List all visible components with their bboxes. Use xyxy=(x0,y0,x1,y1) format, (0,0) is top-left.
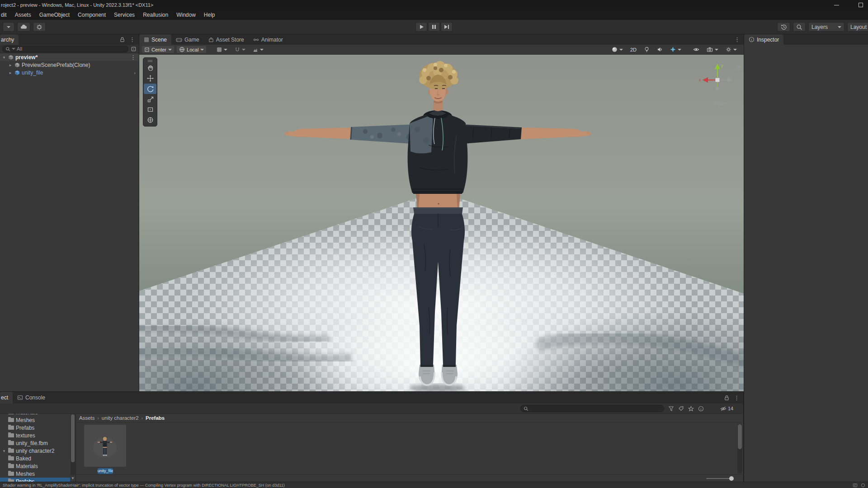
breadcrumb-assets[interactable]: Assets xyxy=(79,415,95,421)
asset-item-unity-file[interactable]: unity_file xyxy=(84,425,126,474)
breadcrumb-character2[interactable]: unity character2 xyxy=(102,415,139,421)
search-by-label-icon[interactable] xyxy=(678,406,684,412)
tab-animator[interactable]: Animator xyxy=(249,34,288,45)
scene-effects-dropdown[interactable] xyxy=(667,46,684,53)
folder-row[interactable]: textures xyxy=(0,432,70,439)
expander-icon[interactable]: ▸ xyxy=(8,63,13,67)
hierarchy-menu-icon[interactable]: ⋮ xyxy=(129,37,135,42)
scene-grid-icon xyxy=(144,37,149,42)
activity-indicator-icon xyxy=(861,483,865,488)
expander-icon[interactable]: ▾ xyxy=(2,449,6,453)
layers-dropdown[interactable]: Layers xyxy=(808,22,844,32)
menu-reallusion[interactable]: Reallusion xyxy=(139,10,172,20)
undo-history-button[interactable] xyxy=(777,22,790,32)
transform-tool-button[interactable] xyxy=(144,115,156,125)
project-menu-icon[interactable]: ⋮ xyxy=(734,395,740,401)
pause-button[interactable] xyxy=(428,22,440,32)
hierarchy-search-input[interactable]: All xyxy=(2,46,128,52)
move-tool-button[interactable] xyxy=(144,73,156,84)
view-tool-button[interactable] xyxy=(144,63,156,73)
project-search-input[interactable] xyxy=(520,405,664,412)
status-bar[interactable]: Shader warning in 'RL_AmplifyShaderHair'… xyxy=(0,482,868,488)
scroll-down-icon[interactable]: ▼ xyxy=(71,476,75,481)
rotate-tool-button[interactable] xyxy=(144,84,156,94)
hierarchy-scene-row[interactable]: ▾ preview* ⋮ xyxy=(0,53,139,61)
menu-component[interactable]: Component xyxy=(74,10,110,20)
breadcrumb-separator-icon: › xyxy=(142,416,143,421)
scene-menu-icon[interactable]: ⋮ xyxy=(734,37,740,42)
search-button[interactable] xyxy=(793,22,806,32)
thumbnail-size-slider[interactable] xyxy=(706,478,731,479)
folder-row[interactable]: unity_file.fbm xyxy=(0,439,70,447)
hierarchy-item-previewsceneprefab[interactable]: ▸ PreviewScenePrefab(Clone) xyxy=(0,61,139,69)
orientation-gizmo[interactable]: y x xyxy=(698,61,736,99)
console-bubble-icon[interactable] xyxy=(853,483,858,488)
play-button[interactable] xyxy=(415,22,427,32)
hidden-packages-toggle[interactable]: 14 xyxy=(720,406,733,412)
lock-icon[interactable] xyxy=(119,37,125,42)
scene-visibility-button[interactable] xyxy=(690,46,702,53)
layout-dropdown[interactable]: Layout xyxy=(847,22,868,32)
search-by-type-icon[interactable] xyxy=(668,406,674,412)
tools-drag-handle-icon[interactable] xyxy=(144,59,156,63)
save-search-icon[interactable] xyxy=(688,406,694,412)
slider-thumb[interactable] xyxy=(729,476,734,481)
menu-assets[interactable]: Assets xyxy=(11,10,35,20)
snap-settings-dropdown[interactable] xyxy=(232,46,248,53)
grid-visibility-dropdown[interactable] xyxy=(214,46,230,53)
folder-row[interactable]: Materials xyxy=(0,462,70,470)
folder-row[interactable]: Meshes xyxy=(0,416,70,424)
handle-space-dropdown[interactable]: Local xyxy=(176,46,207,53)
content-scrollbar[interactable] xyxy=(737,424,742,474)
scene-lighting-button[interactable] xyxy=(641,46,652,53)
tab-hierarchy[interactable]: archy xyxy=(0,34,19,45)
gizmo-lock-icon[interactable] xyxy=(736,65,741,70)
tab-console[interactable]: Console xyxy=(13,392,50,404)
maximize-icon[interactable] xyxy=(859,3,863,7)
scene-camera-dropdown[interactable] xyxy=(704,46,721,53)
draw-mode-dropdown[interactable] xyxy=(609,46,626,53)
tab-scene[interactable]: Scene xyxy=(139,34,171,45)
menu-help[interactable]: Help xyxy=(200,10,219,20)
account-dropdown[interactable] xyxy=(3,22,14,32)
folder-scrollbar[interactable] xyxy=(71,414,75,475)
expander-icon[interactable]: ▾ xyxy=(2,55,6,60)
tab-inspector[interactable]: Inspector xyxy=(744,34,783,45)
tab-game[interactable]: Game xyxy=(171,34,204,45)
filter-info-icon[interactable] xyxy=(698,406,704,412)
preferences-button[interactable] xyxy=(33,22,46,32)
asset-label[interactable]: unity_file xyxy=(98,468,113,474)
pivot-mode-dropdown[interactable]: Center xyxy=(142,46,175,53)
tab-project[interactable]: ect xyxy=(0,392,13,404)
picker-icon[interactable] xyxy=(131,46,137,52)
tab-asset-store[interactable]: Asset Store xyxy=(204,34,249,45)
folder-row-selected[interactable]: Prefabs xyxy=(0,478,70,482)
gizmos-dropdown[interactable] xyxy=(723,46,740,53)
breadcrumb-prefabs[interactable]: Prefabs xyxy=(146,415,165,421)
snap-increment-dropdown[interactable] xyxy=(250,46,266,53)
menu-window[interactable]: Window xyxy=(172,10,200,20)
toggle-2d-button[interactable]: 2D xyxy=(627,46,639,53)
cloud-services-button[interactable] xyxy=(17,22,30,32)
menu-services[interactable]: Services xyxy=(110,10,139,20)
lock-icon[interactable] xyxy=(724,395,730,401)
step-button[interactable] xyxy=(441,22,453,32)
minimize-icon[interactable] xyxy=(834,5,839,5)
console-status-message[interactable]: Shader warning in 'RL_AmplifyShaderHair'… xyxy=(3,483,848,488)
scene-viewport[interactable]: y x ‹ Persp xyxy=(139,55,744,391)
folder-row[interactable]: Meshes xyxy=(0,470,70,478)
hierarchy-item-unity-file[interactable]: ▸ unity_file › xyxy=(0,69,139,76)
folder-row[interactable]: Prefabs xyxy=(0,424,70,432)
projection-toggle[interactable]: ‹ Persp xyxy=(711,101,727,106)
space-label: Local xyxy=(187,47,198,52)
scene-row-menu-icon[interactable]: ⋮ xyxy=(130,54,139,60)
expander-icon[interactable]: ▸ xyxy=(8,70,13,75)
scale-tool-button[interactable] xyxy=(144,94,156,104)
prefab-open-chevron-icon[interactable]: › xyxy=(134,70,139,75)
rect-tool-button[interactable] xyxy=(144,104,156,115)
scene-audio-button[interactable] xyxy=(654,46,665,53)
menu-gameobject[interactable]: GameObject xyxy=(35,10,74,20)
folder-row[interactable]: ▾unity character2 xyxy=(0,447,70,455)
menu-edit[interactable]: dit xyxy=(0,10,11,20)
folder-row[interactable]: Baked xyxy=(0,455,70,462)
